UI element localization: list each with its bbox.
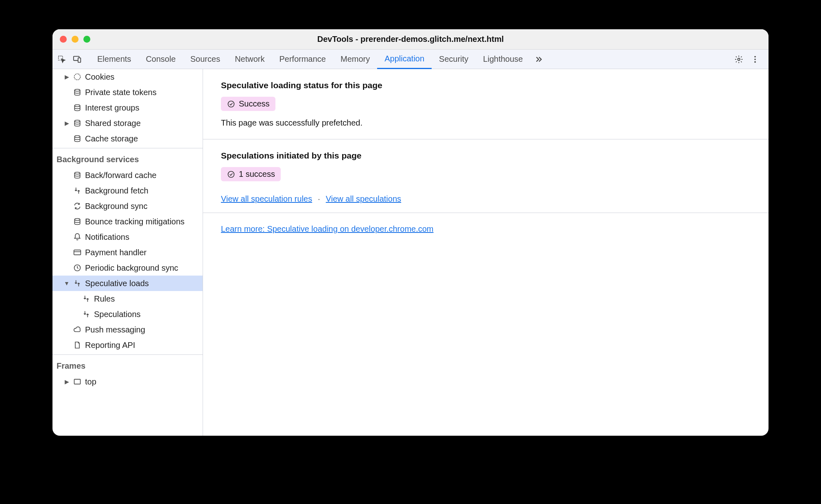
settings-icon[interactable] [734,55,743,64]
sidebar-item-label: Payment handler [85,248,146,257]
svg-point-9 [74,105,80,107]
more-tabs-icon[interactable] [534,55,543,64]
sidebar-item-label: Speculations [94,310,141,319]
database-icon [73,217,82,226]
sidebar-item-rules[interactable]: Rules [52,291,203,306]
sidebar-item-label: Rules [94,294,115,304]
check-circle-icon [227,170,236,179]
sidebar: ▶ Cookies Private state tokens Interest … [52,69,203,436]
sidebar-item-bf-cache[interactable]: Back/forward cache [52,167,203,183]
status-heading: Speculative loading status for this page [221,80,751,90]
main-panel: Speculative loading status for this page… [203,69,769,436]
maximize-window-button[interactable] [83,36,90,43]
status-text: This page was successfully prefetched. [221,118,751,128]
cloud-icon [73,325,82,334]
collapse-arrow-icon: ▼ [64,280,70,287]
separator-dot: · [318,194,320,204]
initiated-section: Speculations initiated by this page 1 su… [203,139,769,213]
sidebar-item-label: Speculative loads [85,279,149,288]
frame-icon [73,377,82,386]
learn-more-section: Learn more: Speculative loading on devel… [203,213,769,243]
sidebar-item-frame-top[interactable]: ▶ top [52,374,203,389]
tab-application[interactable]: Application [377,50,432,69]
inspect-element-icon[interactable] [57,55,66,64]
sidebar-item-label: Back/forward cache [85,171,157,180]
svg-point-8 [74,89,80,91]
link-view-speculations[interactable]: View all speculations [326,194,401,204]
toolbar: Elements Console Sources Network Perform… [52,50,769,69]
fetch-icon [82,310,91,319]
sidebar-item-speculative-loads[interactable]: ▼ Speculative loads [52,276,203,291]
tab-lighthouse[interactable]: Lighthouse [476,50,530,69]
svg-point-13 [74,219,80,221]
sidebar-item-bg-fetch[interactable]: Background fetch [52,183,203,198]
tab-elements[interactable]: Elements [90,50,138,69]
document-icon [73,341,82,350]
window-title: DevTools - prerender-demos.glitch.me/nex… [317,35,504,44]
sidebar-item-bg-sync[interactable]: Background sync [52,198,203,214]
expand-arrow-icon: ▶ [64,378,70,385]
database-icon [73,134,82,143]
bell-icon [73,232,82,241]
sidebar-item-label: Interest groups [85,103,139,113]
sidebar-item-label: Private state tokens [85,88,157,97]
sidebar-item-label: Reporting API [85,341,135,350]
sidebar-item-private-state-tokens[interactable]: Private state tokens [52,85,203,100]
panel-tabs: Elements Console Sources Network Perform… [90,50,734,69]
sidebar-item-label: Periodic background sync [85,263,178,273]
sidebar-item-speculations[interactable]: Speculations [52,306,203,322]
more-options-icon[interactable] [751,55,760,64]
sidebar-item-shared-storage[interactable]: ▶ Shared storage [52,115,203,131]
initiated-badge-label: 1 success [239,169,275,179]
initiated-heading: Speculations initiated by this page [221,151,751,161]
status-section: Speculative loading status for this page… [203,69,769,139]
sidebar-item-label: top [85,377,96,387]
svg-point-10 [74,120,80,122]
close-window-button[interactable] [60,36,67,43]
sidebar-item-periodic-sync[interactable]: Periodic background sync [52,260,203,276]
tab-memory[interactable]: Memory [333,50,377,69]
sidebar-item-label: Cookies [85,72,114,82]
database-icon [73,119,82,128]
devtools-window: DevTools - prerender-demos.glitch.me/nex… [52,29,769,436]
link-learn-more[interactable]: Learn more: Speculative loading on devel… [221,224,434,233]
sidebar-item-cache-storage[interactable]: Cache storage [52,131,203,146]
sidebar-section-bg-services: Background services [52,150,203,167]
check-circle-icon [227,100,236,109]
database-icon [73,171,82,180]
database-icon [73,88,82,97]
sidebar-item-notifications[interactable]: Notifications [52,229,203,245]
link-view-rules[interactable]: View all speculation rules [221,194,312,204]
tab-performance[interactable]: Performance [272,50,334,69]
device-toggle-icon[interactable] [73,55,82,64]
sidebar-item-label: Push messaging [85,325,145,335]
svg-point-4 [754,56,756,57]
sidebar-item-bounce-tracking[interactable]: Bounce tracking mitigations [52,214,203,229]
svg-point-6 [754,61,756,63]
sidebar-item-cookies[interactable]: ▶ Cookies [52,69,203,85]
tab-console[interactable]: Console [138,50,183,69]
svg-point-11 [74,136,80,138]
svg-rect-14 [74,250,81,255]
svg-point-3 [738,58,740,61]
sidebar-item-label: Cache storage [85,134,138,143]
sidebar-item-push-messaging[interactable]: Push messaging [52,322,203,337]
status-badge: Success [221,97,275,111]
sidebar-item-label: Background fetch [85,186,148,196]
svg-point-18 [228,171,234,177]
tab-network[interactable]: Network [227,50,272,69]
sidebar-item-reporting-api[interactable]: Reporting API [52,337,203,353]
sidebar-item-label: Shared storage [85,119,141,128]
expand-arrow-icon: ▶ [64,74,70,80]
sidebar-item-interest-groups[interactable]: Interest groups [52,100,203,115]
sidebar-item-payment-handler[interactable]: Payment handler [52,245,203,260]
svg-point-5 [754,59,756,60]
expand-arrow-icon: ▶ [64,120,70,126]
svg-rect-16 [74,379,81,384]
tab-sources[interactable]: Sources [183,50,227,69]
minimize-window-button[interactable] [72,36,79,43]
sidebar-item-label: Bounce tracking mitigations [85,217,185,226]
database-icon [73,103,82,112]
clock-icon [73,263,82,272]
tab-security[interactable]: Security [432,50,476,69]
